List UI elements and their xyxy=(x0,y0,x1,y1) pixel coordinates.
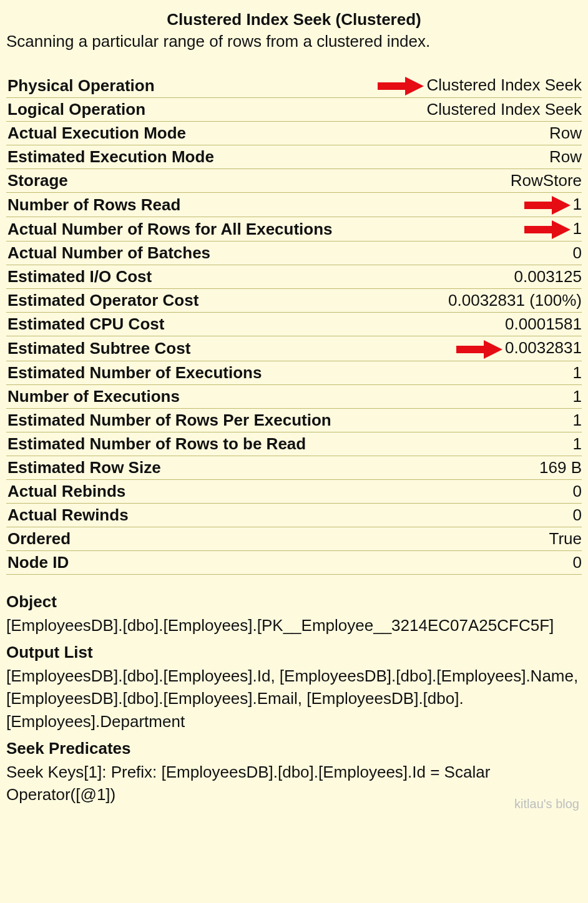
property-value-text: Clustered Index Seek xyxy=(426,100,582,119)
property-value: Row xyxy=(360,145,582,169)
property-value: 0 xyxy=(360,550,582,574)
svg-marker-3 xyxy=(552,196,571,215)
property-label: Actual Rewinds xyxy=(6,503,360,527)
property-value-text: 0.0032831 (100%) xyxy=(448,291,582,310)
property-label: Estimated Number of Rows to be Read xyxy=(6,432,360,456)
property-value-text: True xyxy=(549,529,582,548)
property-value: Clustered Index Seek xyxy=(360,74,582,98)
output-list-body: [EmployeesDB].[dbo].[Employees].Id, [Emp… xyxy=(6,665,582,733)
property-label: Node ID xyxy=(6,550,360,574)
annotation-arrow-icon xyxy=(378,77,424,95)
property-value: 1 xyxy=(360,432,582,456)
property-row: Actual Execution ModeRow xyxy=(6,122,582,145)
query-plan-tooltip: Clustered Index Seek (Clustered) Scannin… xyxy=(0,0,588,815)
annotation-arrow-icon xyxy=(524,196,571,215)
tooltip-title: Clustered Index Seek (Clustered) xyxy=(6,10,582,29)
property-row: Node ID0 xyxy=(6,550,582,574)
seek-predicates-body: Seek Keys[1]: Prefix: [EmployeesDB].[dbo… xyxy=(6,761,582,806)
property-label: Estimated Row Size xyxy=(6,456,360,479)
property-row: Estimated Row Size169 B xyxy=(6,456,582,479)
property-label: Estimated Number of Rows Per Execution xyxy=(6,408,360,432)
property-value-text: 1 xyxy=(573,387,582,406)
svg-rect-4 xyxy=(524,226,552,233)
property-row: Estimated I/O Cost0.003125 xyxy=(6,265,582,289)
property-value: 0.0001581 xyxy=(360,313,582,336)
output-list-heading: Output List xyxy=(6,643,582,662)
property-value: 1 xyxy=(360,193,582,217)
property-row: Estimated Operator Cost0.0032831 (100%) xyxy=(6,289,582,313)
property-value-text: 0.0001581 xyxy=(505,315,582,333)
property-value-text: RowStore xyxy=(511,171,582,190)
object-body: [EmployeesDB].[dbo].[Employees].[PK__Emp… xyxy=(6,614,582,637)
property-row: Actual Number of Rows for All Executions… xyxy=(6,217,582,242)
property-label: Estimated Subtree Cost xyxy=(6,336,360,361)
property-row: StorageRowStore xyxy=(6,169,582,193)
property-value: True xyxy=(360,527,582,550)
property-value: 0 xyxy=(360,479,582,503)
property-row: Number of Executions1 xyxy=(6,384,582,408)
property-value: 1 xyxy=(360,408,582,432)
property-row: Estimated Number of Executions1 xyxy=(6,361,582,384)
property-row: Estimated Number of Rows to be Read1 xyxy=(6,432,582,456)
property-value-text: 0 xyxy=(573,505,582,524)
property-value-text: 0.003125 xyxy=(514,267,582,286)
property-label: Physical Operation xyxy=(6,74,360,98)
property-value: 1 xyxy=(360,384,582,408)
property-value: Row xyxy=(360,122,582,145)
property-row: Estimated Number of Rows Per Execution1 xyxy=(6,408,582,432)
property-label: Actual Execution Mode xyxy=(6,122,360,145)
property-value: Clustered Index Seek xyxy=(360,98,582,122)
svg-marker-5 xyxy=(552,220,571,239)
property-label: Actual Number of Rows for All Executions xyxy=(6,217,360,242)
watermark-text: kitlau's blog xyxy=(514,797,579,811)
property-value-text: Row xyxy=(549,124,582,142)
property-value-text: 0 xyxy=(573,482,582,500)
property-value-text: 1 xyxy=(573,434,582,453)
property-value: 0 xyxy=(360,503,582,527)
property-value: 0.003125 xyxy=(360,265,582,289)
svg-rect-2 xyxy=(524,202,552,209)
property-value: 0.0032831 (100%) xyxy=(360,289,582,313)
annotation-arrow-icon xyxy=(524,220,571,239)
property-label: Storage xyxy=(6,169,360,193)
property-label: Actual Rebinds xyxy=(6,479,360,503)
svg-marker-7 xyxy=(484,340,502,359)
property-value-text: 0 xyxy=(573,553,582,572)
property-label: Number of Rows Read xyxy=(6,193,360,217)
annotation-arrow-icon xyxy=(456,340,502,359)
property-label: Estimated Number of Executions xyxy=(6,361,360,384)
property-row: OrderedTrue xyxy=(6,527,582,550)
properties-table: Physical OperationClustered Index SeekLo… xyxy=(6,74,582,575)
property-label: Logical Operation xyxy=(6,98,360,122)
property-row: Estimated CPU Cost0.0001581 xyxy=(6,313,582,336)
object-heading: Object xyxy=(6,592,582,612)
property-label: Estimated Execution Mode xyxy=(6,145,360,169)
property-row: Physical OperationClustered Index Seek xyxy=(6,74,582,98)
seek-predicates-heading: Seek Predicates xyxy=(6,739,582,758)
property-value: 0 xyxy=(360,242,582,265)
property-row: Actual Rewinds0 xyxy=(6,503,582,527)
property-value: 1 xyxy=(360,361,582,384)
property-value-text: 1 xyxy=(573,195,582,213)
property-label: Estimated I/O Cost xyxy=(6,265,360,289)
property-row: Estimated Subtree Cost0.0032831 xyxy=(6,336,582,361)
property-value-text: 1 xyxy=(573,219,582,238)
property-value-text: 1 xyxy=(573,363,582,382)
property-row: Actual Number of Batches0 xyxy=(6,242,582,265)
svg-rect-6 xyxy=(456,346,484,353)
property-value-text: 0 xyxy=(573,243,582,262)
tooltip-description: Scanning a particular range of rows from… xyxy=(6,32,582,51)
property-row: Actual Rebinds0 xyxy=(6,479,582,503)
svg-marker-1 xyxy=(405,77,424,95)
property-label: Actual Number of Batches xyxy=(6,242,360,265)
property-label: Estimated Operator Cost xyxy=(6,289,360,313)
svg-rect-0 xyxy=(378,82,405,90)
property-value: 0.0032831 xyxy=(360,336,582,361)
property-row: Number of Rows Read1 xyxy=(6,193,582,217)
property-value-text: 1 xyxy=(573,411,582,429)
property-label: Estimated CPU Cost xyxy=(6,313,360,336)
property-row: Logical OperationClustered Index Seek xyxy=(6,98,582,122)
property-value-text: Clustered Index Seek xyxy=(426,76,582,94)
property-value: 169 B xyxy=(360,456,582,479)
property-row: Estimated Execution ModeRow xyxy=(6,145,582,169)
